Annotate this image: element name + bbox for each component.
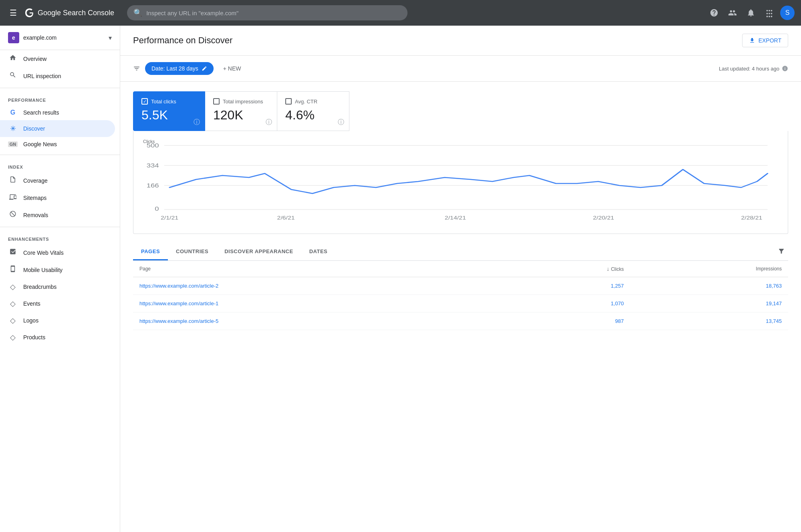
sidebar-label-breadcrumbs: Breadcrumbs <box>23 284 56 290</box>
metric-label-impressions: Total impressions <box>223 99 263 105</box>
enhancements-section-label: ENHANCEMENTS <box>0 230 120 244</box>
pages-table: Page ↓Clicks Impressions https://www.exa… <box>133 261 788 330</box>
search-input[interactable] <box>146 10 401 16</box>
sidebar-item-overview[interactable]: Overview <box>0 50 115 67</box>
info-icon <box>782 65 788 72</box>
filter-bar: Date: Last 28 days + NEW Last updated: 4… <box>120 56 801 82</box>
metric-value-clicks: 5.5K <box>141 108 197 123</box>
google-g-icon: G <box>8 109 18 116</box>
discover-icon: ✳ <box>8 124 18 133</box>
sidebar-label-google-news: Google News <box>23 141 57 147</box>
info-icon-impressions[interactable]: ⓘ <box>266 118 272 127</box>
sidebar-item-url-inspection[interactable]: URL inspection <box>0 67 115 85</box>
sidebar-label-events: Events <box>23 300 40 307</box>
metric-label-clicks: Total clicks <box>151 99 176 105</box>
chart-svg: 500 334 166 0 2/1/21 2/6/21 2/14/21 2/20… <box>143 145 778 226</box>
svg-text:500: 500 <box>147 142 159 148</box>
topbar: ☰ Google Search Console 🔍 S <box>0 0 801 26</box>
sidebar-label-discover: Discover <box>23 125 45 132</box>
sidebar-item-mobile-usability[interactable]: Mobile Usability <box>0 261 115 278</box>
tab-dates[interactable]: DATES <box>301 244 336 260</box>
col-header-clicks[interactable]: ↓Clicks <box>508 261 630 277</box>
checkbox-total-clicks[interactable]: ✓ <box>141 98 148 105</box>
sort-icon: ↓ <box>607 266 609 272</box>
avatar[interactable]: S <box>780 6 795 20</box>
google-news-icon: GN <box>8 141 18 147</box>
sidebar-item-events[interactable]: ◇ Events <box>0 295 115 312</box>
cell-impressions-0: 18,763 <box>630 277 788 295</box>
cell-page-1[interactable]: https://www.example.com/article-1 <box>133 295 508 312</box>
google-logo-icon <box>25 8 34 18</box>
bell-button[interactable] <box>743 5 759 20</box>
topbar-logo: Google Search Console <box>25 8 114 18</box>
metrics-row: ✓ Total clicks 5.5K ⓘ Total impressions … <box>120 82 801 131</box>
sidebar-item-search-results[interactable]: G Search results <box>0 105 115 120</box>
topbar-actions: S <box>706 5 795 20</box>
breadcrumbs-icon: ◇ <box>8 282 18 291</box>
cell-impressions-2: 13,745 <box>630 312 788 330</box>
metric-total-impressions[interactable]: Total impressions 120K ⓘ <box>205 91 277 131</box>
sidebar-label-logos: Logos <box>23 317 38 324</box>
search-bar[interactable]: 🔍 <box>127 5 408 20</box>
sidebar-item-google-news[interactable]: GN Google News <box>0 137 115 151</box>
info-icon-clicks[interactable]: ⓘ <box>194 118 200 127</box>
download-icon <box>749 37 755 44</box>
svg-text:2/28/21: 2/28/21 <box>741 215 763 221</box>
help-button[interactable] <box>706 5 722 20</box>
svg-text:2/14/21: 2/14/21 <box>445 215 466 221</box>
chart-container: Clicks 500 334 166 0 2/1/21 <box>133 131 788 234</box>
table-row: https://www.example.com/article-2 1,257 … <box>133 277 788 295</box>
sidebar-item-products[interactable]: ◇ Products <box>0 329 115 346</box>
logos-icon: ◇ <box>8 316 18 325</box>
sidebar-item-core-web-vitals[interactable]: Core Web Vitals <box>0 244 115 261</box>
sidebar-item-breadcrumbs[interactable]: ◇ Breadcrumbs <box>0 278 115 295</box>
sidebar-label-core-web-vitals: Core Web Vitals <box>23 250 64 256</box>
new-filter-button[interactable]: + NEW <box>218 62 246 75</box>
sidebar-item-sitemaps[interactable]: Sitemaps <box>0 189 115 206</box>
sidebar: e example.com ▾ Overview URL inspection … <box>0 26 120 532</box>
metric-total-clicks[interactable]: ✓ Total clicks 5.5K ⓘ <box>133 91 205 131</box>
grid-button[interactable] <box>762 5 777 20</box>
svg-text:2/20/21: 2/20/21 <box>593 215 614 221</box>
menu-icon[interactable]: ☰ <box>6 5 20 21</box>
site-icon: e <box>8 32 19 43</box>
date-filter-button[interactable]: Date: Last 28 days <box>145 62 214 75</box>
page-title: Performance on Discover <box>133 35 232 46</box>
site-selector[interactable]: e example.com ▾ <box>0 26 120 50</box>
svg-text:2/1/21: 2/1/21 <box>161 215 178 221</box>
sidebar-item-removals[interactable]: Removals <box>0 206 115 224</box>
sidebar-item-coverage[interactable]: Coverage <box>0 172 115 189</box>
cell-page-2[interactable]: https://www.example.com/article-5 <box>133 312 508 330</box>
products-icon: ◇ <box>8 333 18 342</box>
filter-icon <box>133 65 140 72</box>
divider <box>0 88 120 88</box>
metric-value-impressions: 120K <box>213 108 269 123</box>
topbar-logo-text: Google Search Console <box>38 9 114 17</box>
info-icon-ctr[interactable]: ⓘ <box>338 118 344 127</box>
sidebar-label-url-inspection: URL inspection <box>23 73 61 79</box>
tab-discover-appearance[interactable]: DISCOVER APPEARANCE <box>216 244 301 260</box>
table-filter-button[interactable] <box>775 244 788 260</box>
chart-y-label: Clicks <box>143 139 778 144</box>
svg-text:0: 0 <box>155 206 159 212</box>
tab-countries[interactable]: COUNTRIES <box>168 244 216 260</box>
col-header-page: Page <box>133 261 508 277</box>
sidebar-item-discover[interactable]: ✳ Discover <box>0 120 115 137</box>
sidebar-item-logos[interactable]: ◇ Logos <box>0 312 115 329</box>
checkbox-impressions[interactable] <box>213 98 220 105</box>
divider <box>0 227 120 227</box>
svg-text:2/6/21: 2/6/21 <box>277 215 295 221</box>
tabs-row: PAGES COUNTRIES DISCOVER APPEARANCE DATE… <box>133 244 788 261</box>
sidebar-label-sitemaps: Sitemaps <box>23 195 46 201</box>
svg-text:334: 334 <box>147 162 159 168</box>
core-web-vitals-icon <box>8 248 18 257</box>
export-button[interactable]: EXPORT <box>742 34 788 47</box>
cell-page-0[interactable]: https://www.example.com/article-2 <box>133 277 508 295</box>
metric-avg-ctr[interactable]: Avg. CTR 4.6% ⓘ <box>277 91 349 131</box>
table-row: https://www.example.com/article-5 987 13… <box>133 312 788 330</box>
tab-pages[interactable]: PAGES <box>133 244 168 260</box>
cell-clicks-1: 1,070 <box>508 295 630 312</box>
people-button[interactable] <box>725 5 740 20</box>
table-section: PAGES COUNTRIES DISCOVER APPEARANCE DATE… <box>133 244 788 330</box>
checkbox-ctr[interactable] <box>285 98 292 105</box>
